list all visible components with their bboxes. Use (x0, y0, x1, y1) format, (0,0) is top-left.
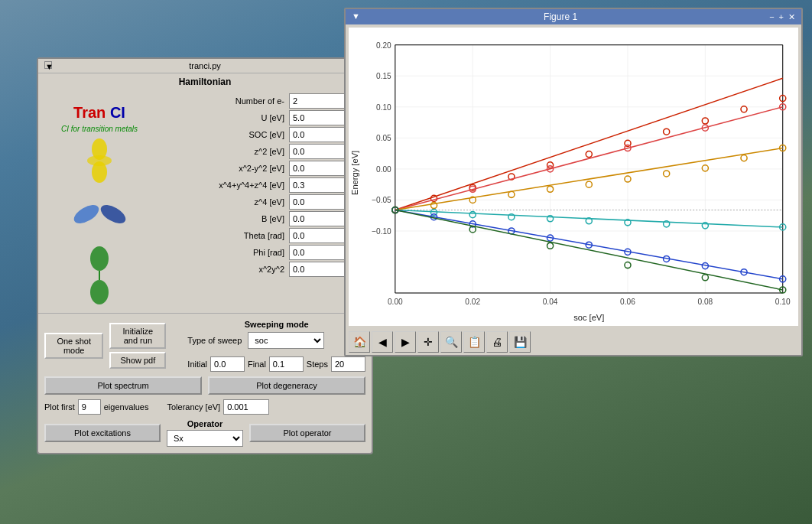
param-label-7: B [eV] (167, 214, 289, 223)
maximize-button[interactable]: + (779, 12, 784, 21)
type-sweep-row: Type of sweep soc U B Theta Phi (187, 332, 365, 349)
type-sweep-label: Type of sweep (187, 336, 242, 345)
svg-text:0.08: 0.08 (697, 298, 713, 306)
hamiltonian-title: Hamiltonian (38, 73, 372, 90)
show-pdf-button[interactable]: Show pdf (109, 352, 166, 369)
plot-spectrum-button[interactable]: Plot spectrum (44, 376, 202, 395)
params-column: Number of e- U [eV] SOC [eV] z^2 [eV] x^… (161, 90, 372, 313)
svg-text:0.20: 0.20 (376, 41, 391, 50)
initial-final-steps: Initial Final Steps (187, 356, 365, 372)
svg-text:−0.05: −0.05 (372, 196, 391, 204)
operator-row: Plot excitations Operator Sx Sy Sz Lx Ly… (44, 419, 365, 447)
param-row-4: x^2-y^2 [eV] (167, 161, 365, 176)
param-label-2: SOC [eV] (167, 130, 289, 139)
final-input[interactable] (269, 356, 304, 372)
svg-point-6 (90, 280, 109, 304)
svg-text:0.02: 0.02 (465, 298, 480, 306)
close-button[interactable]: ✕ (788, 12, 795, 22)
svg-point-2 (87, 155, 112, 166)
tolerance-input[interactable] (223, 399, 269, 415)
eigenvalues-label: eigenvalues (104, 402, 149, 412)
param-label-5: x^4+y^4+z^4 [eV] (167, 181, 289, 190)
param-label-9: Phi [rad] (167, 248, 289, 257)
svg-text:0.05: 0.05 (376, 134, 391, 142)
type-sweep-select[interactable]: soc U B Theta Phi (248, 332, 324, 349)
param-label-8: Theta [rad] (167, 231, 289, 240)
svg-text:soc [eV]: soc [eV] (573, 313, 604, 322)
param-row-8: Theta [rad] (167, 228, 365, 243)
svg-text:0.10: 0.10 (376, 103, 391, 112)
param-row-7: B [eV] (167, 211, 365, 226)
figure-dropdown-icon[interactable]: ▼ (352, 11, 360, 21)
toolbar-forward-button[interactable]: ▶ (395, 331, 416, 353)
final-label: Final (248, 360, 266, 369)
param-row-5: x^4+y^4+z^4 [eV] (167, 177, 365, 193)
svg-text:Energy [eV]: Energy [eV] (350, 151, 359, 195)
orbital-yellow (76, 138, 122, 186)
param-row-1: U [eV] (167, 110, 365, 125)
operator-label: Operator (187, 419, 222, 428)
param-row-3: z^2 [eV] (167, 144, 365, 159)
param-label-6: z^4 [eV] (167, 197, 289, 207)
orbital-green (84, 245, 115, 308)
plot-first-input[interactable] (78, 399, 101, 415)
brand-ci: CI (110, 104, 125, 121)
left-panel: ▼ tranci.py Hamiltonian Tran CI CI for t… (37, 57, 373, 454)
svg-text:0.00: 0.00 (376, 165, 391, 174)
plot-degeneracy-button[interactable]: Plot degeneracy (208, 376, 365, 395)
one-shot-row: One shot mode Initialize and run Show pd… (44, 320, 365, 372)
orbital-blue (71, 195, 128, 236)
chart-toolbar: 🏠 ◀ ▶ ✛ 🔍 📋 🖨 💾 (346, 329, 801, 355)
figure-panel: ▼ Figure 1 − + ✕ (344, 8, 803, 356)
param-label-4: x^2-y^2 [eV] (167, 164, 289, 173)
toolbar-config-button[interactable]: 📋 (463, 331, 485, 353)
toolbar-save-button[interactable]: 💾 (509, 331, 531, 353)
initial-input[interactable] (210, 356, 245, 372)
brand-tran: Tran (73, 104, 110, 121)
initial-label: Initial (187, 360, 207, 369)
one-shot-button[interactable]: One shot mode (44, 333, 103, 359)
param-label-10: x^2y^2 (167, 265, 289, 274)
panel-title: tranci.py (189, 61, 221, 70)
param-row-9: Phi [rad] (167, 245, 365, 260)
svg-text:0.06: 0.06 (620, 298, 635, 306)
svg-text:0.10: 0.10 (775, 298, 791, 306)
figure-window-controls: − + ✕ (769, 12, 795, 22)
svg-text:0.00: 0.00 (388, 298, 403, 306)
svg-point-4 (97, 201, 128, 227)
plot-excitations-button[interactable]: Plot excitations (44, 424, 161, 442)
svg-text:0.04: 0.04 (543, 298, 558, 306)
toolbar-back-button[interactable]: ◀ (372, 331, 393, 353)
plot-row: Plot spectrum Plot degeneracy (44, 376, 365, 395)
sweeping-mode-label: Sweeping mode (187, 320, 365, 329)
svg-text:0.15: 0.15 (376, 72, 391, 80)
toolbar-home-button[interactable]: 🏠 (349, 331, 370, 353)
initialize-run-button[interactable]: Initialize and run (109, 323, 166, 349)
svg-point-5 (90, 246, 109, 271)
param-label-3: z^2 [eV] (167, 147, 289, 156)
param-row-0: Number of e- (167, 93, 365, 109)
orbitals-column: Tran CI CI for transition metals (38, 90, 161, 313)
param-row-2: SOC [eV] (167, 127, 365, 142)
toolbar-print-button[interactable]: 🖨 (486, 331, 508, 353)
plot-first-label: Plot first (44, 402, 75, 412)
operator-select[interactable]: Sx Sy Sz Lx Ly Lz (167, 430, 243, 447)
param-row-10: x^2y^2 (167, 262, 365, 277)
svg-point-3 (71, 201, 102, 227)
param-label-0: Number of e- (167, 96, 289, 106)
eigenvalues-row: Plot first eigenvalues Tolerancy [eV] (44, 399, 365, 415)
plot-operator-button[interactable]: Plot operator (249, 424, 365, 442)
brand: Tran CI (73, 104, 125, 122)
steps-input[interactable] (331, 356, 365, 372)
brand-subtitle: CI for transition metals (61, 125, 138, 133)
minimize-button[interactable]: − (769, 12, 774, 21)
toolbar-pan-button[interactable]: ✛ (417, 331, 439, 353)
svg-text:−0.10: −0.10 (372, 227, 391, 236)
chart-svg: 0.20 0.15 0.10 0.05 0.00 −0.05 −0.10 0.0… (349, 28, 798, 326)
minimize-icon[interactable]: ▼ (44, 61, 52, 69)
toolbar-zoom-button[interactable]: 🔍 (440, 331, 462, 353)
operator-section: Operator Sx Sy Sz Lx Ly Lz (167, 419, 243, 447)
bottom-controls: One shot mode Initialize and run Show pd… (38, 313, 372, 453)
panel-title-bar: ▼ tranci.py (38, 59, 372, 73)
steps-label: Steps (307, 360, 328, 369)
